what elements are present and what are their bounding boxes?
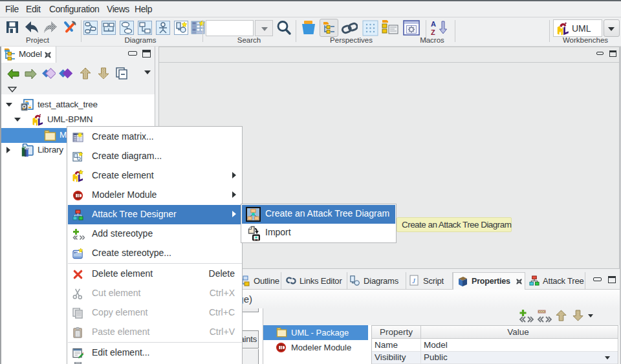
svg-text:Z: Z — [431, 28, 435, 36]
svg-text:«: « — [74, 250, 76, 254]
svg-text:A: A — [431, 20, 436, 28]
